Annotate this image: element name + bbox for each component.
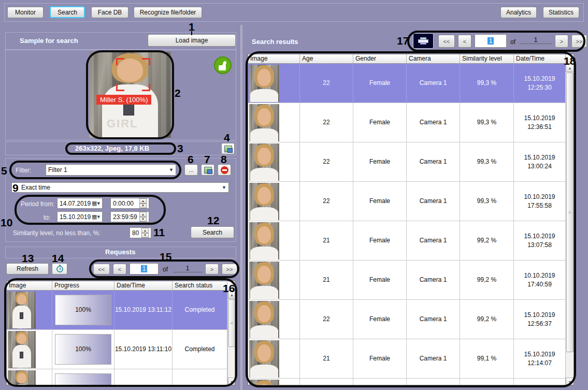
statistics-button[interactable]: Statistics <box>543 7 579 18</box>
results-col-gender[interactable]: Gender <box>353 54 407 63</box>
results-first-page-button[interactable]: << <box>438 35 455 48</box>
requests-prev-page-button[interactable]: < <box>113 264 126 275</box>
results-last-page-button[interactable]: >> <box>571 35 587 48</box>
tab-recognize-file-folder[interactable]: Recognize file/folder <box>134 7 202 18</box>
face-thumbnail <box>8 331 36 368</box>
results-table-row[interactable]: 21FemaleCamera 199,2 %10.10.201917:40:59 <box>248 261 566 300</box>
requests-page-input[interactable]: 1 <box>130 263 159 275</box>
results-table-row[interactable]: 22FemaleCamera 199,2 %15.10.201912:56:37 <box>248 300 566 339</box>
results-col-age[interactable]: Age <box>300 54 353 63</box>
requests-col-image[interactable]: Image <box>7 281 52 290</box>
annotation-7: 7 <box>204 153 210 166</box>
results-age-cell: 21 <box>300 339 353 378</box>
calendar-icon: ▦▾ <box>92 213 100 220</box>
search-button[interactable]: Search <box>191 226 234 238</box>
results-table-row[interactable]: 22FemaleCamera 199,3 %15.10.201912:36:51 <box>248 103 566 142</box>
similarity-spinner[interactable]: ▲▼ <box>141 228 149 238</box>
requests-table-row[interactable]: 100%15.10.2019 13:11:10Completed <box>7 330 227 369</box>
refresh-button[interactable]: Refresh <box>6 263 49 275</box>
time-mode-combobox[interactable]: Exact time ▼ <box>11 182 229 193</box>
delete-filter-button[interactable] <box>218 164 231 176</box>
face-bracket-bottom-right <box>142 84 150 91</box>
results-gender-cell: Female <box>353 182 407 221</box>
annotation-13: 13 <box>22 252 34 265</box>
face-bracket-top-left <box>116 58 124 65</box>
auto-refresh-button[interactable] <box>52 263 67 275</box>
requests-scrollbar[interactable]: ▲ ≡ ▼ <box>227 291 235 385</box>
thumbs-up-icon <box>214 56 232 74</box>
period-to-date[interactable]: 15.10.2019 ▦▾ <box>57 211 103 222</box>
face-thumbnail <box>8 370 36 386</box>
results-datetime-cell: 15.10.201912:36:51 <box>514 103 566 142</box>
results-total-pages: 1 <box>520 36 552 44</box>
annotation-16: 16 <box>223 282 235 295</box>
filter-more-button[interactable]: ... <box>184 164 198 176</box>
requests-next-page-button[interactable]: > <box>205 264 219 275</box>
thumb-face <box>257 344 271 362</box>
results-col-image[interactable]: Image <box>248 54 300 63</box>
tab-face-db[interactable]: Face DB <box>91 7 128 18</box>
requests-last-page-button[interactable]: >> <box>222 264 237 275</box>
requests-col-progress[interactable]: Progress <box>52 281 114 290</box>
results-col-datetime[interactable]: Date/Time <box>514 54 566 63</box>
print-button[interactable] <box>413 33 434 49</box>
requests-table-row[interactable] <box>7 369 227 385</box>
panel-divider[interactable] <box>240 25 243 390</box>
face-thumbnail <box>249 340 279 378</box>
results-next-page-button[interactable]: > <box>555 35 568 48</box>
similarity-value: 80 <box>132 229 139 237</box>
period-from-time[interactable]: 0:00:00 ▲▼ <box>110 198 149 209</box>
thumb-shirt <box>250 89 278 102</box>
face-thumbnail <box>249 104 279 141</box>
requests-col-datetime[interactable]: Date/Time <box>114 281 173 290</box>
face-thumbnail <box>8 292 36 329</box>
thumb-face <box>257 108 271 125</box>
save-image-button[interactable] <box>221 143 235 154</box>
period-to-time-value: 23:59:59 <box>113 213 137 221</box>
annotation-9: 9 <box>12 182 19 194</box>
requests-table: Image Progress Date/Time Search status 1… <box>6 281 235 385</box>
requests-table-row[interactable]: 100%15.10.2019 13:11:12Completed <box>7 291 227 330</box>
results-col-similarity[interactable]: Similarity level <box>460 54 514 63</box>
time-spinner[interactable]: ▲▼ <box>139 212 147 222</box>
results-table-body: 22FemaleCamera 199,3 %15.10.201912:25:30… <box>248 64 566 385</box>
results-datetime-cell: 15.10.201912:56:37 <box>514 300 566 339</box>
results-page-input[interactable]: 1 <box>475 34 507 48</box>
period-to-time[interactable]: 23:59:59 ▲▼ <box>110 211 149 222</box>
period-from-date[interactable]: 14.07.2019 ▦▾ <box>57 198 103 209</box>
annotation-3: 3 <box>177 142 183 155</box>
results-scrollbar[interactable]: ▲ ≡ ▼ <box>565 64 574 385</box>
results-table-row[interactable]: 22FemaleCamera 199,3 %15.10.201913:00:24 <box>248 142 566 182</box>
stopwatch-icon <box>56 266 63 272</box>
period-from-date-value: 14.07.2019 <box>60 200 91 207</box>
requests-datetime-cell <box>114 369 173 385</box>
requests-image-cell <box>7 330 52 369</box>
time-spinner[interactable]: ▲▼ <box>139 198 147 208</box>
load-image-button[interactable]: Load image <box>148 34 236 47</box>
save-filter-button[interactable] <box>201 164 214 176</box>
results-table-row[interactable]: 22FemaleCamera 199,3 %10.10.201917:55:58 <box>248 182 566 221</box>
results-table-row[interactable]: 21FemaleCamera 199,2 %15.10.201913:07:58 <box>248 221 566 261</box>
requests-first-page-button[interactable]: << <box>93 264 110 275</box>
results-camera-cell: Camera 1 <box>407 103 460 142</box>
results-table-row[interactable]: 21FemaleCamera 199,1 %15.10.201912:14:07 <box>248 339 566 379</box>
filter-combobox[interactable]: Filter 1 ▼ <box>46 164 176 176</box>
results-prev-page-button[interactable]: < <box>458 35 471 48</box>
results-datetime-cell: 15.10.201912:14:07 <box>514 339 566 378</box>
results-image-cell <box>248 261 300 299</box>
requests-col-status[interactable]: Search status <box>173 281 227 290</box>
results-table-row[interactable] <box>248 379 566 385</box>
tab-search[interactable]: Search <box>50 6 85 18</box>
similarity-input[interactable]: 80 ▲▼ <box>130 227 151 238</box>
analytics-button[interactable]: Analytics <box>500 7 537 18</box>
results-table-row[interactable]: 22FemaleCamera 199,3 %15.10.201912:25:30 <box>248 64 566 103</box>
face-thumbnail <box>249 262 279 299</box>
face-bracket-top-right <box>142 58 150 65</box>
results-gender-cell: Female <box>353 64 407 103</box>
results-gender-cell: Female <box>353 221 407 260</box>
results-col-camera[interactable]: Camera <box>407 54 460 63</box>
results-image-cell <box>248 103 300 142</box>
results-datetime-cell <box>514 379 566 385</box>
face-thumbnail <box>249 222 279 259</box>
tab-monitor[interactable]: Monitor <box>7 7 44 18</box>
